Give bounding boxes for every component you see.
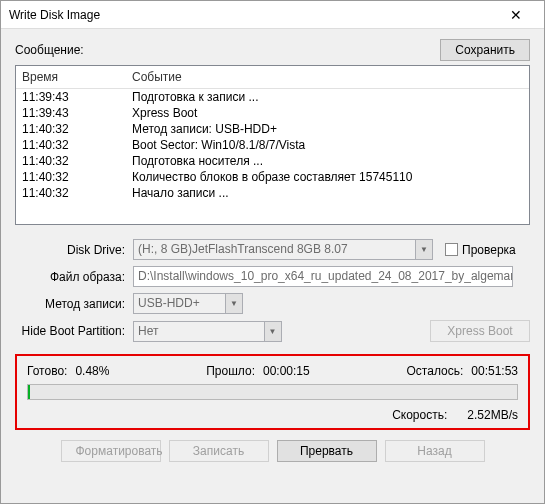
log-event: Метод записи: USB-HDD+ bbox=[126, 122, 529, 136]
log-event: Подготовка носителя ... bbox=[126, 154, 529, 168]
elapsed-label: Прошло: bbox=[206, 364, 255, 378]
log-time: 11:40:32 bbox=[16, 154, 126, 168]
list-item[interactable]: 11:39:43Подготовка к записи ... bbox=[16, 89, 529, 105]
image-file-label: Файл образа: bbox=[15, 270, 133, 284]
chevron-down-icon[interactable]: ▼ bbox=[226, 293, 243, 314]
speed-label: Скорость: bbox=[392, 408, 447, 422]
list-item[interactable]: 11:40:32Начало записи ... bbox=[16, 185, 529, 201]
image-file-field[interactable]: D:\Install\windows_10_pro_x64_ru_updated… bbox=[133, 266, 513, 287]
progress-panel: Готово: 0.48% Прошло: 00:00:15 Осталось:… bbox=[15, 354, 530, 430]
close-button[interactable]: ✕ bbox=[496, 2, 536, 28]
progress-fill bbox=[28, 385, 30, 399]
log-time: 11:39:43 bbox=[16, 106, 126, 120]
message-label: Сообщение: bbox=[15, 43, 440, 57]
log-time: 11:40:32 bbox=[16, 138, 126, 152]
log-time: 11:40:32 bbox=[16, 186, 126, 200]
write-button: Записать bbox=[169, 440, 269, 462]
hide-boot-label: Hide Boot Partition: bbox=[15, 324, 133, 338]
list-item[interactable]: 11:40:32Количество блоков в образе соста… bbox=[16, 169, 529, 185]
window-write-disk-image: Write Disk Image ✕ Сообщение: Сохранить … bbox=[0, 0, 545, 504]
xpress-boot-button: Xpress Boot bbox=[430, 320, 530, 342]
verify-label: Проверка bbox=[462, 243, 516, 257]
log-event: Подготовка к записи ... bbox=[126, 90, 529, 104]
save-button[interactable]: Сохранить bbox=[440, 39, 530, 61]
list-item[interactable]: 11:40:32Метод записи: USB-HDD+ bbox=[16, 121, 529, 137]
chevron-down-icon[interactable]: ▼ bbox=[265, 321, 282, 342]
back-button: Назад bbox=[385, 440, 485, 462]
hide-boot-select[interactable]: Нет bbox=[133, 321, 265, 342]
list-item[interactable]: 11:40:32Подготовка носителя ... bbox=[16, 153, 529, 169]
log-event: Количество блоков в образе составляет 15… bbox=[126, 170, 529, 184]
disk-drive-select[interactable]: (H:, 8 GB)JetFlashTranscend 8GB 8.07 bbox=[133, 239, 416, 260]
disk-drive-label: Disk Drive: bbox=[15, 243, 133, 257]
window-title: Write Disk Image bbox=[9, 8, 496, 22]
chevron-down-icon[interactable]: ▼ bbox=[416, 239, 433, 260]
speed-value: 2.52MB/s bbox=[467, 408, 518, 422]
remain-label: Осталось: bbox=[407, 364, 464, 378]
remain-value: 00:51:53 bbox=[471, 364, 518, 378]
done-label: Готово: bbox=[27, 364, 67, 378]
elapsed-value: 00:00:15 bbox=[263, 364, 310, 378]
close-icon: ✕ bbox=[510, 7, 522, 23]
write-method-select[interactable]: USB-HDD+ bbox=[133, 293, 226, 314]
list-item[interactable]: 11:40:32Boot Sector: Win10/8.1/8/7/Vista bbox=[16, 137, 529, 153]
log-header-event[interactable]: Событие bbox=[126, 66, 529, 88]
log-list[interactable]: Время Событие 11:39:43Подготовка к запис… bbox=[15, 65, 530, 225]
progress-bar bbox=[27, 384, 518, 400]
format-button: Форматировать bbox=[61, 440, 161, 462]
list-item[interactable]: 11:39:43Xpress Boot bbox=[16, 105, 529, 121]
log-time: 11:40:32 bbox=[16, 170, 126, 184]
verify-checkbox[interactable] bbox=[445, 243, 458, 256]
write-method-label: Метод записи: bbox=[15, 297, 133, 311]
log-time: 11:39:43 bbox=[16, 90, 126, 104]
log-header-time[interactable]: Время bbox=[16, 66, 126, 88]
abort-button[interactable]: Прервать bbox=[277, 440, 377, 462]
titlebar: Write Disk Image ✕ bbox=[1, 1, 544, 29]
log-event: Xpress Boot bbox=[126, 106, 529, 120]
log-event: Boot Sector: Win10/8.1/8/7/Vista bbox=[126, 138, 529, 152]
log-time: 11:40:32 bbox=[16, 122, 126, 136]
log-event: Начало записи ... bbox=[126, 186, 529, 200]
done-value: 0.48% bbox=[75, 364, 109, 378]
